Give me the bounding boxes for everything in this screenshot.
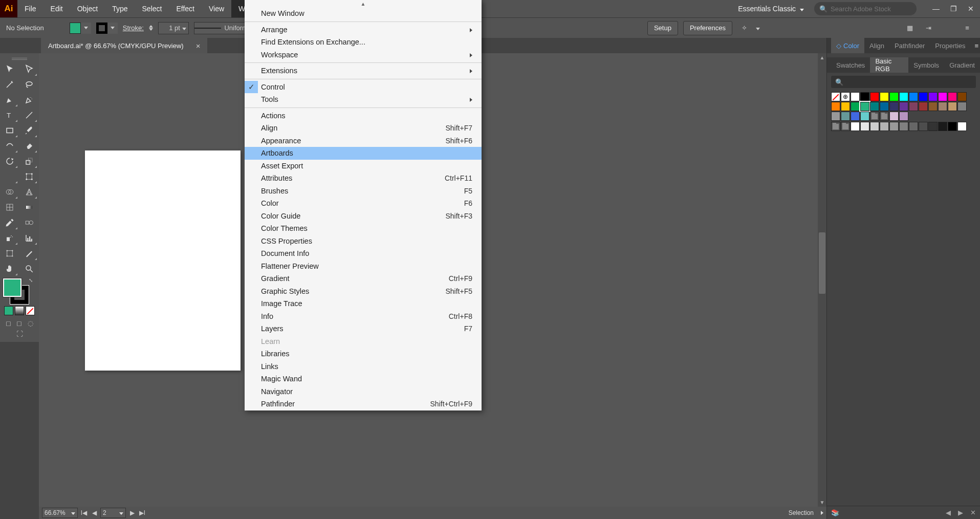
caret-right-icon[interactable] — [821, 509, 823, 516]
swatch-color[interactable] — [841, 112, 850, 121]
swatch-folder[interactable] — [880, 112, 889, 121]
magic-wand-tool[interactable] — [0, 77, 19, 92]
swatch-gray[interactable] — [909, 122, 918, 131]
menu-item-color-guide[interactable]: Color GuideShift+F3 — [245, 210, 482, 223]
draw-behind-icon[interactable]: ◻ — [16, 319, 22, 327]
line-tool[interactable] — [19, 107, 39, 123]
zoom-tool[interactable] — [19, 261, 39, 276]
artboard-number-combo[interactable]: 2 — [100, 508, 126, 518]
swatch-gray[interactable] — [880, 122, 889, 131]
last-artboard-icon[interactable]: ▶I — [138, 508, 146, 518]
paintbrush-tool[interactable] — [19, 123, 39, 138]
draw-normal-icon[interactable]: ◻ — [6, 319, 11, 327]
color-mode[interactable] — [4, 306, 13, 315]
prev-icon[interactable]: ◀ — [946, 509, 951, 516]
swatch-color[interactable] — [880, 102, 889, 111]
menu-item-artboards[interactable]: Artboards — [245, 147, 482, 160]
tab-align[interactable]: Align — [864, 38, 889, 53]
type-tool[interactable]: T — [0, 107, 19, 123]
swatch-gray[interactable] — [870, 122, 879, 131]
swatch-color[interactable] — [938, 102, 947, 111]
menu-item-color[interactable]: ColorF6 — [245, 197, 482, 210]
swatch-color[interactable] — [851, 102, 860, 111]
menu-item-asset-export[interactable]: Asset Export — [245, 160, 482, 172]
scale-tool[interactable] — [19, 154, 39, 169]
width-tool[interactable] — [0, 169, 19, 184]
menu-object[interactable]: Object — [70, 0, 105, 17]
scroll-up-icon[interactable]: ▲ — [818, 53, 826, 62]
hamburger-icon[interactable]: ≡ — [961, 21, 974, 35]
swatch-color[interactable] — [851, 92, 860, 101]
shaper-tool[interactable] — [0, 138, 19, 154]
swatch-color[interactable] — [841, 102, 850, 111]
curvature-tool[interactable] — [19, 92, 39, 107]
scroll-down-icon[interactable]: ▼ — [818, 498, 826, 507]
rectangle-tool[interactable] — [0, 123, 19, 138]
gradient-mode[interactable] — [15, 306, 24, 315]
menu-effect[interactable]: Effect — [169, 0, 202, 17]
menu-item-layers[interactable]: LayersF7 — [245, 322, 482, 335]
swatch-color[interactable] — [928, 102, 938, 111]
swatch-libraries-icon[interactable]: 📚 — [831, 509, 839, 516]
menu-item-find-extensions-on-exchange[interactable]: Find Extensions on Exchange... — [245, 36, 482, 49]
menu-item-color-themes[interactable]: Color Themes — [245, 222, 482, 235]
document-tab[interactable]: Artboard.ai* @ 66.67% (CMYK/GPU Preview)… — [41, 38, 207, 53]
swatch-color[interactable] — [948, 92, 957, 101]
direct-selection-tool[interactable] — [19, 61, 39, 77]
document-setup-button[interactable]: Setup — [647, 21, 678, 35]
swatch-color[interactable] — [831, 102, 840, 111]
blend-tool[interactable] — [19, 215, 39, 230]
pen-tool[interactable] — [0, 92, 19, 107]
swatch-none[interactable] — [831, 92, 840, 101]
swatch-gray[interactable] — [928, 122, 938, 131]
menu-type[interactable]: Type — [105, 0, 135, 17]
tab-color[interactable]: ◇Color — [831, 38, 864, 53]
chevron-down-icon[interactable] — [756, 24, 760, 32]
swatch-color[interactable] — [928, 92, 938, 101]
swap-fill-stroke-icon[interactable]: ⤡ — [29, 277, 33, 283]
swatch-color[interactable] — [919, 102, 928, 111]
swatch-gray[interactable] — [851, 122, 860, 131]
swatch-color[interactable] — [870, 102, 879, 111]
gradient-tool[interactable] — [19, 200, 39, 215]
eyedropper-tool[interactable] — [0, 215, 19, 230]
perspective-tool[interactable] — [19, 184, 39, 200]
align-to-icon[interactable]: ⇥ — [922, 21, 935, 35]
search-stock-input[interactable] — [831, 5, 917, 13]
next-artboard-icon[interactable]: ▶ — [128, 508, 136, 518]
tab-gradient[interactable]: Gradient — [944, 57, 980, 73]
panel-menu-icon[interactable]: ≡ — [971, 42, 980, 50]
snap-icon[interactable]: ✧ — [737, 21, 751, 35]
swatch-color[interactable] — [957, 102, 967, 111]
increment-icon[interactable] — [149, 25, 153, 28]
swatch-color[interactable] — [889, 92, 899, 101]
swatch-color[interactable] — [909, 102, 918, 111]
eraser-tool[interactable] — [19, 138, 39, 154]
search-stock[interactable]: 🔍 — [814, 2, 917, 15]
menu-edit[interactable]: Edit — [43, 0, 70, 17]
decrement-icon[interactable] — [149, 28, 153, 31]
swatch-color[interactable] — [860, 102, 869, 111]
fill-stroke-control[interactable]: ⤡ — [0, 276, 39, 305]
swatch-color[interactable] — [851, 112, 860, 121]
swatch-gray[interactable] — [889, 122, 899, 131]
workspace-switcher[interactable]: Essentials Classic — [732, 2, 810, 16]
menu-item-attributes[interactable]: AttributesCtrl+F11 — [245, 172, 482, 185]
menu-item-info[interactable]: InfoCtrl+F8 — [245, 310, 482, 323]
swatch-color[interactable] — [870, 92, 879, 101]
rotate-tool[interactable] — [0, 154, 19, 169]
menu-item-appearance[interactable]: AppearanceShift+F6 — [245, 135, 482, 147]
menu-item-image-trace[interactable]: Image Trace — [245, 297, 482, 310]
swatch-color[interactable] — [909, 92, 918, 101]
swatch-folder[interactable] — [870, 112, 879, 121]
arrange-docs-icon[interactable]: ▦ — [903, 21, 917, 35]
stroke-swatch-combo[interactable] — [96, 23, 118, 34]
menu-item-flattener-preview[interactable]: Flattener Preview — [245, 260, 482, 273]
prev-artboard-icon[interactable]: ◀ — [90, 508, 98, 518]
swatch-color[interactable] — [938, 92, 947, 101]
lasso-tool[interactable] — [19, 77, 39, 92]
close-icon[interactable]: × — [196, 41, 201, 50]
vertical-scrollbar[interactable]: ▲ ▼ — [818, 53, 826, 507]
tab-basic-rgb[interactable]: Basic RGB — [870, 57, 908, 73]
draw-inside-icon[interactable]: ◌ — [28, 319, 33, 327]
